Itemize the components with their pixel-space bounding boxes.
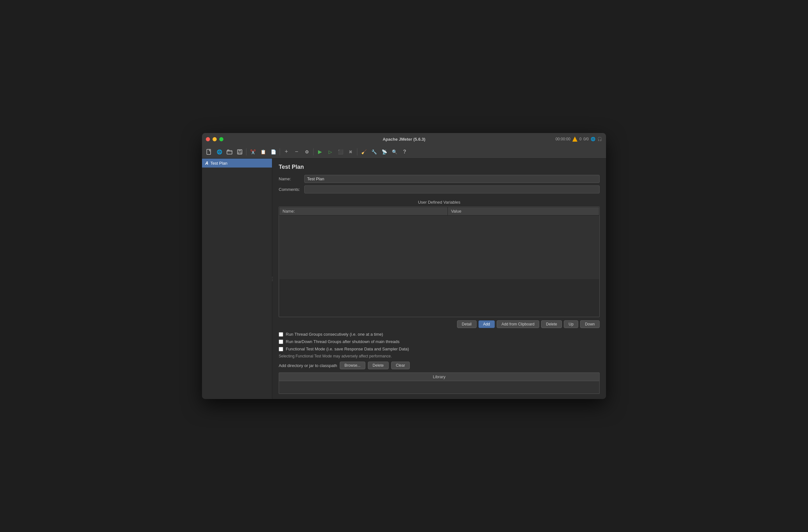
table-empty-cell <box>279 216 599 279</box>
function-helper-button[interactable]: ⚙ <box>302 147 311 156</box>
remove-element-button[interactable]: − <box>292 147 301 156</box>
checkbox-row-3: Functional Test Mode (i.e. save Response… <box>279 347 600 351</box>
down-button[interactable]: Down <box>580 320 600 328</box>
comments-input[interactable] <box>304 185 600 194</box>
titlebar: Apache JMeter (5.6.3) 00:00:00 0 0/0 🌐 🎧 <box>202 133 606 145</box>
main-window: Apache JMeter (5.6.3) 00:00:00 0 0/0 🌐 🎧… <box>202 133 606 399</box>
help-button[interactable]: ? <box>400 147 409 156</box>
library-body <box>279 381 600 394</box>
functional-mode-checkbox[interactable] <box>279 347 283 351</box>
col-value-header: Value <box>448 207 599 216</box>
sidebar-item-test-plan[interactable]: A Test Plan <box>202 159 272 167</box>
paste-button[interactable]: 📄 <box>269 147 278 156</box>
add-variable-button[interactable]: Add <box>478 320 495 328</box>
up-button[interactable]: Up <box>564 320 578 328</box>
variables-section-label: User Defined Variables <box>279 200 600 205</box>
notice-text: Selecting Functional Test Mode may adver… <box>279 354 600 359</box>
network-icon: 🌐 <box>591 137 595 141</box>
maximize-button[interactable] <box>219 137 223 141</box>
variables-table-container: Name: Value <box>279 206 600 317</box>
checkbox-row-1: Run Thread Groups consecutively (i.e. on… <box>279 332 600 337</box>
svg-rect-3 <box>238 150 241 151</box>
close-button[interactable] <box>206 137 210 141</box>
sidebar: A Test Plan <box>202 159 272 399</box>
classpath-label: Add directory or jar to classpath <box>279 363 337 368</box>
clear-classpath-button[interactable]: Clear <box>391 362 410 369</box>
test-plan-icon: A <box>205 161 208 166</box>
detail-button[interactable]: Detail <box>457 320 477 328</box>
headphones-icon: 🎧 <box>598 137 602 141</box>
comments-row: Comments: <box>279 185 600 194</box>
sidebar-item-label: Test Plan <box>210 161 227 166</box>
variable-buttons-row: Detail Add Add from Clipboard Delete Up … <box>279 320 600 328</box>
delete-classpath-button[interactable]: Delete <box>368 362 389 369</box>
panel-title: Test Plan <box>279 164 600 170</box>
ratio-display: 0/0 <box>583 137 589 141</box>
titlebar-right: 00:00:00 0 0/0 🌐 🎧 <box>555 136 602 142</box>
start-button[interactable]: ▶ <box>315 147 325 156</box>
window-title: Apache JMeter (5.6.3) <box>383 137 425 142</box>
browse-button[interactable]: 🔧 <box>369 147 379 156</box>
warning-count: 0 <box>580 137 582 141</box>
name-row: Name: <box>279 175 600 183</box>
functional-mode-label: Functional Test Mode (i.e. save Response… <box>286 347 409 351</box>
variables-table: Name: Value <box>279 207 599 279</box>
name-input[interactable] <box>304 175 600 183</box>
teardown-label: Run tearDown Thread Groups after shutdow… <box>286 339 400 344</box>
svg-rect-1 <box>227 151 232 154</box>
run-consecutively-label: Run Thread Groups consecutively (i.e. on… <box>286 332 383 337</box>
browse-classpath-button[interactable]: Browse... <box>340 362 365 369</box>
new-button[interactable] <box>205 147 214 156</box>
comments-label: Comments: <box>279 187 304 192</box>
svg-rect-4 <box>238 152 241 154</box>
library-header: Library <box>279 372 600 381</box>
search-tree-button[interactable]: 🔍 <box>390 147 399 156</box>
open-url-button[interactable]: 🌐 <box>215 147 224 156</box>
cut-button[interactable]: ✂️ <box>249 147 257 156</box>
warning-icon <box>572 136 577 142</box>
delete-variable-button[interactable]: Delete <box>541 320 562 328</box>
name-label: Name: <box>279 177 304 181</box>
add-element-button[interactable]: + <box>282 147 291 156</box>
shutdown-button[interactable]: ✖ <box>346 147 355 156</box>
col-name-header: Name: <box>279 207 448 216</box>
open-button[interactable] <box>225 147 234 156</box>
timer-display: 00:00:00 <box>555 137 570 141</box>
copy-button[interactable]: 📋 <box>259 147 268 156</box>
minimize-button[interactable] <box>213 137 217 141</box>
save-button[interactable] <box>235 147 244 156</box>
toolbar-sep-4 <box>357 148 357 155</box>
table-empty-row <box>279 216 599 279</box>
clear-all-button[interactable]: 🧹 <box>359 147 368 156</box>
main-content: A Test Plan ⋮ Test Plan Name: Comments: … <box>202 159 606 399</box>
checkbox-row-2: Run tearDown Thread Groups after shutdow… <box>279 339 600 344</box>
classpath-row: Add directory or jar to classpath Browse… <box>279 362 600 369</box>
start-no-pause-button[interactable]: ▷ <box>326 147 335 156</box>
stop-button[interactable]: ⬛ <box>336 147 345 156</box>
toolbar-sep-2 <box>280 148 280 155</box>
toolbar-sep-3 <box>313 148 314 155</box>
teardown-checkbox[interactable] <box>279 340 283 344</box>
toolbar-sep-1 <box>246 148 246 155</box>
panel: Test Plan Name: Comments: User Defined V… <box>272 159 606 399</box>
sidebar-drag-handle[interactable]: ⋮ <box>270 276 275 282</box>
add-from-clipboard-button[interactable]: Add from Clipboard <box>497 320 539 328</box>
remote-start-button[interactable]: 📡 <box>380 147 389 156</box>
svg-rect-0 <box>207 149 210 154</box>
toolbar: 🌐 ✂️ 📋 📄 + − ⚙ ▶ ▷ ⬛ ✖ 🧹 🔧 📡 🔍 ? <box>202 145 606 159</box>
traffic-lights <box>206 137 223 141</box>
run-consecutively-checkbox[interactable] <box>279 332 283 337</box>
